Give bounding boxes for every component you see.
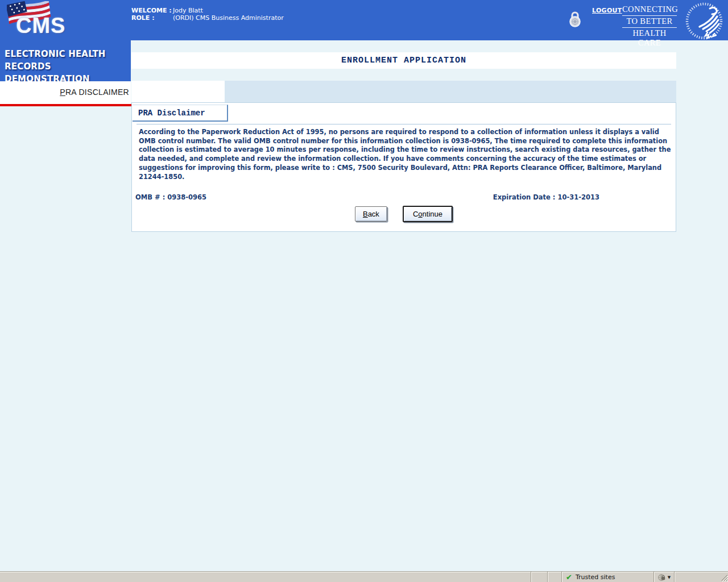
protected-mode-icon [657, 573, 666, 581]
welcome-value: Jody Blatt [173, 7, 284, 14]
role-label: ROLE : [131, 14, 173, 22]
statusbar-main-panel [0, 572, 531, 582]
continue-button[interactable]: Continue [403, 206, 453, 222]
tabstrip-band [225, 81, 676, 102]
green-check-icon: ✔ [566, 573, 572, 581]
sidebar-nav: PRA DISCLAIMER [0, 81, 131, 104]
tab-pra-disclaimer[interactable]: PRA Disclaimer [133, 105, 228, 122]
statusbar-cell-1 [531, 572, 547, 582]
welcome-label: WELCOME : [131, 7, 173, 14]
back-button[interactable]: Back [355, 206, 387, 222]
nav-pra-accesskey: P [60, 88, 65, 97]
panel-separator [136, 124, 671, 124]
omb-number-label: OMB # : 0938-0965 [135, 193, 206, 201]
button-row: Back Continue [132, 206, 676, 222]
omb-row: OMB # : 0938-0965 Expiration Date : 10-3… [135, 193, 599, 201]
dropdown-arrow-icon: ▼ [668, 575, 671, 580]
nav-pra-label: RA DISCLAIMER [65, 88, 129, 97]
welcome-block: WELCOME : Jody Blatt ROLE : (ORDI) CMS B… [131, 7, 284, 22]
continue-button-accesskey: o [418, 210, 422, 218]
back-button-label: ack [368, 210, 379, 218]
nav-red-underline [0, 104, 133, 106]
role-value: (ORDI) CMS Business Administrator [173, 14, 284, 22]
motto-line-2: TO BETTER [622, 15, 677, 27]
pra-disclaimer-panel: According to the Paperwork Reduction Act… [131, 102, 676, 232]
logout-link[interactable]: LOGOUT [592, 7, 622, 14]
page-title: ENROLLMENT APPLICATION [341, 56, 466, 65]
motto-line-1: CONNECTING [622, 4, 677, 15]
continue-button-label: ntinue [423, 210, 442, 218]
back-button-accesskey: B [363, 210, 368, 218]
sidebar-item-pra-disclaimer[interactable]: PRA DISCLAIMER [60, 88, 129, 97]
page: { "header": { "logo_text": "CMS", "welco… [0, 0, 728, 582]
cms-logo-text: CMS [16, 14, 65, 38]
page-title-bar: ENROLLMENT APPLICATION [131, 52, 676, 69]
cms-logo: CMS [3, 1, 52, 39]
header-motto: CONNECTING TO BETTER HEALTH CARE [622, 4, 677, 49]
tabstrip-left-area [131, 81, 225, 102]
motto-line-3: HEALTH CARE [622, 27, 677, 49]
resize-grip[interactable] [720, 572, 728, 582]
disclaimer-text: According to the Paperwork Reduction Act… [139, 128, 671, 181]
expiration-date-label: Expiration Date : 10-31-2013 [493, 193, 599, 201]
lock-icon [568, 10, 582, 28]
hhs-seal-icon [685, 1, 727, 41]
statusbar-cell-2 [547, 572, 561, 582]
statusbar-security-zone: ✔ Trusted sites [561, 572, 653, 582]
security-zone-label: Trusted sites [576, 573, 615, 581]
app-title: ELECTRONIC HEALTH RECORDS DEMONSTRATION [5, 48, 129, 85]
status-bar: ✔ Trusted sites ▼ [0, 571, 728, 582]
continue-button-prefix: C [413, 210, 418, 218]
statusbar-spacer [674, 572, 720, 582]
tab-pra-disclaimer-label: PRA Disclaimer [138, 109, 205, 118]
app-title-line-1: ELECTRONIC HEALTH RECORDS [5, 48, 129, 73]
statusbar-protected-mode[interactable]: ▼ [653, 572, 674, 582]
